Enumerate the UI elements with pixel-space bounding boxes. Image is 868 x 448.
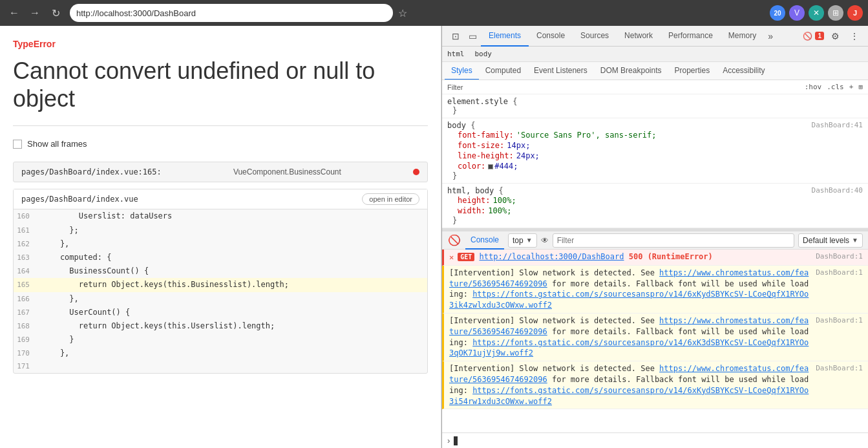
extension-numbered-icon[interactable]: 20 (770, 5, 785, 21)
style-block-body: body { DashBoard:41 font-family: 'Source… (442, 118, 868, 184)
frame-file[interactable]: pages/DashBoard/index.vue:165: (21, 167, 162, 176)
style-prop: line-height: 24px; (447, 151, 863, 161)
devtools-tabs: ElementsConsoleSourcesNetworkPerformance… (481, 26, 764, 47)
line-number: 163 (14, 252, 36, 264)
devtools-tab-console[interactable]: Console (529, 26, 573, 47)
warning-message-content: [Intervention] Slow network is detected.… (449, 315, 812, 359)
subtab-event-listeners[interactable]: Event Listeners (527, 62, 594, 80)
line-number: 164 (14, 266, 36, 277)
cls-toggle[interactable]: .cls (827, 83, 844, 91)
line-number: 161 (14, 225, 36, 237)
devtools-settings: 🚫 1 ⚙ ⋮ (803, 28, 863, 45)
line-number: 166 (14, 293, 36, 305)
warning-link[interactable]: https://www.chromestatus.com/feature/563… (449, 316, 809, 336)
message-source: DashBoard:1 (816, 268, 863, 277)
extension-v-icon[interactable]: V (789, 5, 805, 21)
prop-name: width: (458, 206, 485, 215)
devtools-toolbar: ⊡ ▭ ElementsConsoleSourcesNetworkPerform… (442, 26, 868, 47)
warning-link[interactable]: https://www.chromestatus.com/feature/563… (449, 268, 809, 288)
show-frames-label: Show all frames (27, 139, 87, 149)
subtab-dom-breakpoints[interactable]: DOM Breakpoints (594, 62, 668, 80)
subtab-styles[interactable]: Styles (445, 62, 479, 80)
styles-subtabs: StylesComputedEvent ListenersDOM Breakpo… (442, 62, 868, 80)
line-content: Userslist: dataUsers (36, 210, 427, 222)
code-line: 171 (14, 360, 427, 373)
warning-font-link[interactable]: https://fonts.gstatic.com/s/sourcesanspr… (449, 386, 809, 406)
console-prompt-icon: › (447, 436, 450, 445)
url-text: http://localhost:3000/DashBoard (76, 8, 196, 18)
devtools-tab-elements[interactable]: Elements (481, 26, 529, 47)
code-line: 165 return Object.keys(this.Businesslist… (14, 278, 427, 292)
line-content: return Object.keys(this.Businesslist).le… (36, 279, 427, 291)
style-selector-body: body { (447, 121, 475, 130)
line-number: 171 (14, 361, 36, 372)
browser-chrome: ← → ↻ http://localhost:3000/DashBoard ☆ … (0, 0, 868, 26)
extension-puzzle-icon[interactable]: ⊞ (828, 5, 843, 21)
line-number: 162 (14, 239, 36, 250)
frame-component: VueComponent.BusinessCount (233, 167, 341, 176)
back-button[interactable]: ← (5, 4, 23, 22)
message-source: DashBoard:1 (816, 251, 863, 261)
console-tab[interactable]: Console (465, 231, 504, 250)
devtools-dots-icon[interactable]: ⋮ (846, 28, 863, 45)
console-level-select[interactable]: Default levels ▼ (798, 233, 863, 248)
devtools-tab-sources[interactable]: Sources (573, 26, 617, 47)
message-source: DashBoard:1 (816, 363, 863, 373)
console-eye-icon[interactable]: 👁 (541, 236, 549, 245)
show-frames-checkbox[interactable] (13, 140, 22, 149)
prop-name: color: (458, 162, 485, 171)
level-dropdown-arrow: ▼ (852, 237, 858, 244)
warning-link[interactable]: https://www.chromestatus.com/feature/563… (449, 364, 809, 384)
code-line: 160 Userslist: dataUsers (14, 209, 427, 223)
console-message: [Intervention] Slow network is detected.… (442, 314, 868, 361)
devtools-tab-performance[interactable]: Performance (661, 26, 721, 47)
line-content: return Object.keys(this.Userslist).lengt… (36, 320, 427, 332)
reload-button[interactable]: ↻ (47, 4, 65, 22)
devtools-tab-memory[interactable]: Memory (721, 26, 764, 47)
divider (13, 125, 428, 126)
subtab-properties[interactable]: Properties (668, 62, 716, 80)
breadcrumb-tag-body[interactable]: body (475, 50, 492, 58)
console-clear-btn[interactable]: 🚫 (447, 233, 461, 248)
code-line: 163 computed: { (14, 251, 427, 264)
devtools-panel: ⊡ ▭ ElementsConsoleSourcesNetworkPerform… (441, 26, 868, 448)
page-content: TypeError Cannot convert undefined or nu… (0, 26, 441, 448)
bookmark-icon[interactable]: ☆ (398, 7, 407, 19)
frame-error-dot (413, 169, 419, 175)
warning-font-link[interactable]: https://fonts.gstatic.com/s/sourcesanspr… (449, 338, 809, 358)
console-context-select[interactable]: top ▼ (508, 233, 537, 248)
expand-icon[interactable]: ⊞ (858, 83, 863, 91)
filter-label: Filter (447, 83, 463, 91)
line-number: 167 (14, 307, 36, 319)
devtools-pointer-icon[interactable]: ⊡ (447, 28, 464, 45)
subtab-computed[interactable]: Computed (479, 62, 527, 80)
console-filter-input[interactable] (553, 233, 794, 248)
devtools-more-tabs[interactable]: » (764, 31, 777, 41)
error-message-content: GET http://localhost:3000/DashBoard 500 … (458, 251, 812, 262)
breadcrumb-tag-html[interactable]: html (447, 50, 465, 58)
prop-value: 100%; (493, 196, 863, 205)
user-avatar-icon[interactable]: J (847, 5, 863, 21)
get-badge: GET (458, 253, 474, 261)
console-message: [Intervention] Slow network is detected.… (442, 266, 868, 314)
color-swatch[interactable] (488, 164, 493, 169)
subtab-accessibility[interactable]: Accessibility (716, 62, 771, 80)
style-prop: color: #444; (447, 161, 863, 171)
main-area: TypeError Cannot convert undefined or nu… (0, 26, 868, 448)
open-in-editor-button[interactable]: open in editor (362, 193, 419, 205)
prop-value: 'Source Sans Pro', sans-serif; (516, 131, 863, 140)
style-prop: height: 100%; (447, 195, 863, 206)
console-messages: ✕GET http://localhost:3000/DashBoard 500… (442, 250, 868, 432)
add-style-btn[interactable]: + (849, 83, 854, 91)
line-number: 169 (14, 334, 36, 346)
devtools-mobile-icon[interactable]: ▭ (464, 28, 481, 45)
hov-toggle[interactable]: :hov (805, 83, 822, 91)
forward-button[interactable]: → (26, 4, 44, 22)
devtools-settings-icon[interactable]: ⚙ (827, 28, 843, 45)
warning-font-link[interactable]: https://fonts.gstatic.com/s/sourcesanspr… (449, 290, 809, 310)
devtools-tab-network[interactable]: Network (617, 26, 661, 47)
error-url-link[interactable]: http://localhost:3000/DashBoard (480, 252, 624, 261)
address-bar[interactable]: http://localhost:3000/DashBoard (70, 4, 393, 22)
styles-panel: Filter :hov .cls + ⊞ element.style { } b… (442, 80, 868, 229)
extension-x-icon[interactable]: ✕ (809, 5, 824, 21)
